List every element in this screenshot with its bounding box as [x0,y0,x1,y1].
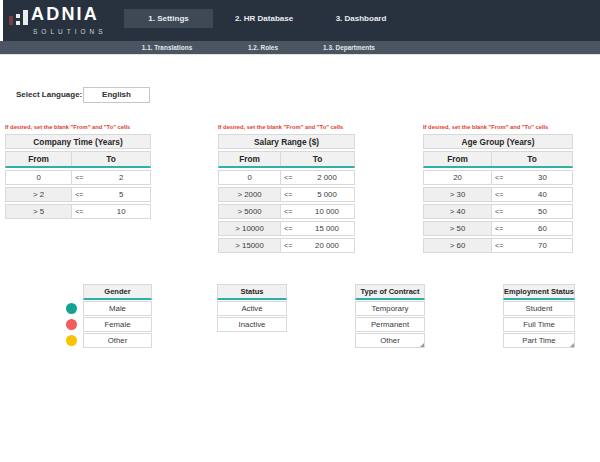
sub-navigation: 1.1. Translations1.2. Roles1.3. Departme… [0,41,600,55]
from-cell[interactable]: 0 [6,171,72,184]
category-item[interactable]: Permanent [355,317,425,332]
range-row: > 2000<=5 000 [218,187,355,202]
language-select[interactable]: English [83,87,150,103]
category-item[interactable]: Other [355,333,425,348]
category-item[interactable]: Temporary [355,301,425,316]
range-row: > 2<=5 [5,187,151,202]
from-cell[interactable]: > 2 [6,188,72,201]
range-row: > 5<=10 [5,204,151,219]
range-row: 0<=2 [5,170,151,185]
from-header: From [6,152,72,166]
category-item[interactable]: Female [83,317,152,332]
operator-cell: <= [72,205,92,218]
bar-chart-icon [9,10,29,25]
operator-cell: <= [492,222,513,235]
range-row: 20<=30 [423,170,573,185]
select-language-label: Select Language: [16,87,82,103]
range-group-company-time-years: If desired, set the blank "From" and "To… [5,120,151,221]
category-table-employment-status: Employment StatusStudentFull TimePart Ti… [503,284,575,349]
to-cell[interactable]: 30 [513,171,572,184]
to-cell[interactable]: 70 [513,239,572,252]
from-header: From [424,152,492,166]
category-title: Type of Contract [355,284,425,300]
from-cell[interactable]: > 15000 [219,239,281,252]
table-title: Company Time (Years) [5,134,151,149]
operator-cell: <= [281,205,300,218]
operator-cell: <= [281,239,300,252]
range-group-age-group-years: If desired, set the blank "From" and "To… [423,120,573,255]
legend-dot [66,319,77,330]
subtab-1-3-departments[interactable]: 1.3. Departments [312,42,386,54]
table-header-row: FromTo [423,151,573,168]
table-header-row: FromTo [5,151,151,168]
to-header: To [72,152,150,166]
from-cell[interactable]: > 50 [424,222,492,235]
corner-mark [420,343,424,347]
legend-dot [66,335,77,346]
category-title: Status [217,284,287,300]
tab-2-hr-database[interactable]: 2. HR Database [219,9,309,28]
to-cell[interactable]: 60 [513,222,572,235]
category-title: Employment Status [503,284,575,300]
operator-cell: <= [72,171,92,184]
from-cell[interactable]: > 5000 [219,205,281,218]
from-cell[interactable]: 20 [424,171,492,184]
header-left-strip [0,0,3,41]
category-item[interactable]: Student [503,301,575,316]
from-cell[interactable]: > 2000 [219,188,281,201]
to-cell[interactable]: 2 000 [300,171,354,184]
to-cell[interactable]: 5 [92,188,150,201]
table-title: Age Group (Years) [423,134,573,149]
category-table-status: StatusActiveInactive [217,284,287,333]
from-cell[interactable]: 0 [219,171,281,184]
range-row: > 10000<=15 000 [218,221,355,236]
operator-cell: <= [281,188,300,201]
subtab-1-1-translations[interactable]: 1.1. Translations [130,42,204,54]
from-cell[interactable]: > 5 [6,205,72,218]
operator-cell: <= [281,171,300,184]
from-cell[interactable]: > 30 [424,188,492,201]
to-cell[interactable]: 2 [92,171,150,184]
table-header-row: FromTo [218,151,355,168]
to-header: To [281,152,354,166]
corner-mark [570,343,574,347]
category-item[interactable]: Part Time [503,333,575,348]
tab-3-dashboard[interactable]: 3. Dashboard [316,9,406,28]
to-cell[interactable]: 20 000 [300,239,354,252]
range-note: If desired, set the blank "From" and "To… [423,120,563,134]
operator-cell: <= [492,188,513,201]
category-table-type-of-contract: Type of ContractTemporaryPermanentOther [355,284,425,349]
range-note: If desired, set the blank "From" and "To… [5,120,141,134]
operator-cell: <= [72,188,92,201]
to-cell[interactable]: 50 [513,205,572,218]
from-cell[interactable]: > 40 [424,205,492,218]
brand-tagline: SOLUTIONS [33,28,107,35]
to-header: To [492,152,572,166]
table-title: Salary Range ($) [218,134,355,149]
to-cell[interactable]: 40 [513,188,572,201]
to-cell[interactable]: 15 000 [300,222,354,235]
category-item[interactable]: Inactive [217,317,287,332]
range-note: If desired, set the blank "From" and "To… [218,120,345,134]
tab-1-settings[interactable]: 1. Settings [124,9,213,28]
category-item[interactable]: Male [83,301,152,316]
category-item[interactable]: Full Time [503,317,575,332]
to-cell[interactable]: 10 000 [300,205,354,218]
operator-cell: <= [281,222,300,235]
range-row: > 5000<=10 000 [218,204,355,219]
from-cell[interactable]: > 60 [424,239,492,252]
category-item[interactable]: Other [83,333,152,348]
to-cell[interactable]: 10 [92,205,150,218]
operator-cell: <= [492,171,513,184]
range-row: > 30<=40 [423,187,573,202]
brand-name: ADNIA [31,4,99,25]
range-row: > 60<=70 [423,238,573,253]
subtab-1-2-roles[interactable]: 1.2. Roles [226,42,300,54]
category-item[interactable]: Active [217,301,287,316]
from-cell[interactable]: > 10000 [219,222,281,235]
range-row: > 15000<=20 000 [218,238,355,253]
to-cell[interactable]: 5 000 [300,188,354,201]
range-row: 0<=2 000 [218,170,355,185]
operator-cell: <= [492,239,513,252]
from-header: From [219,152,281,166]
